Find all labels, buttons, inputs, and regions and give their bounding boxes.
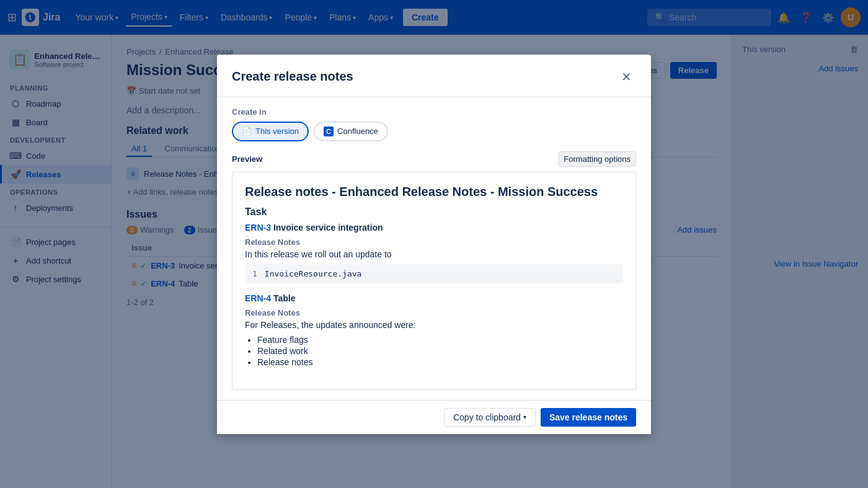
modal-footer: Copy to clipboard ▾ Save release notes — [217, 400, 651, 434]
copy-chevron-down: ▾ — [523, 414, 526, 420]
create-in-options: 📄 This version C Confluence — [232, 122, 636, 141]
preview-bullet-list: Feature flags Related work Release notes — [245, 335, 623, 367]
modal-body: Create in 📄 This version C Confluence Pr… — [217, 97, 651, 400]
preview-rn-label-2: Release Notes — [245, 308, 623, 317]
preview-rn-label-1: Release Notes — [245, 237, 623, 247]
bullet-item-3: Release notes — [257, 357, 623, 367]
this-version-option[interactable]: 📄 This version — [232, 122, 309, 141]
formatting-options-button[interactable]: Formatting options — [558, 151, 636, 167]
preview-rn-text-1: In this release we roll out an update to — [245, 249, 623, 259]
modal-title: Create release notes — [232, 69, 353, 84]
copy-to-clipboard-button[interactable]: Copy to clipboard ▾ — [444, 408, 536, 427]
preview-issue-1-title: ERN-3 Invoice service integration — [245, 223, 623, 233]
save-release-notes-button[interactable]: Save release notes — [541, 408, 636, 427]
preview-issue-2-key[interactable]: ERN-4 — [245, 293, 271, 303]
preview-issue-1: ERN-3 Invoice service integration Releas… — [245, 223, 623, 283]
preview-code-block-1: 1 InvoiceResource.java — [245, 264, 623, 283]
preview-main-title: Release notes - Enhanced Release Notes -… — [245, 185, 623, 199]
this-version-icon: 📄 — [242, 126, 252, 136]
confluence-option[interactable]: C Confluence — [314, 122, 388, 141]
modal-close-button[interactable]: ✕ — [616, 67, 636, 87]
preview-label: Preview — [232, 154, 262, 164]
preview-issue-1-key[interactable]: ERN-3 — [245, 223, 271, 233]
modal-header: Create release notes ✕ — [217, 55, 651, 97]
bullet-item-1: Feature flags — [257, 335, 623, 345]
confluence-icon: C — [324, 126, 334, 136]
code-line-num: 1 — [252, 269, 257, 278]
bullet-item-2: Related work — [257, 346, 623, 356]
preview-box: Release notes - Enhanced Release Notes -… — [232, 172, 636, 390]
preview-issue-2-title: ERN-4 Table — [245, 293, 623, 303]
preview-issue-2: ERN-4 Table Release Notes For Releases, … — [245, 293, 623, 367]
preview-header: Preview Formatting options — [232, 151, 636, 167]
modal-overlay[interactable]: Create release notes ✕ Create in 📄 This … — [0, 0, 868, 488]
preview-rn-text-2: For Releases, the updates announced were… — [245, 320, 623, 330]
create-release-notes-modal: Create release notes ✕ Create in 📄 This … — [217, 55, 651, 434]
preview-task-section: Task — [245, 206, 623, 218]
create-in-label: Create in — [232, 107, 636, 117]
code-content: InvoiceResource.java — [265, 269, 362, 278]
